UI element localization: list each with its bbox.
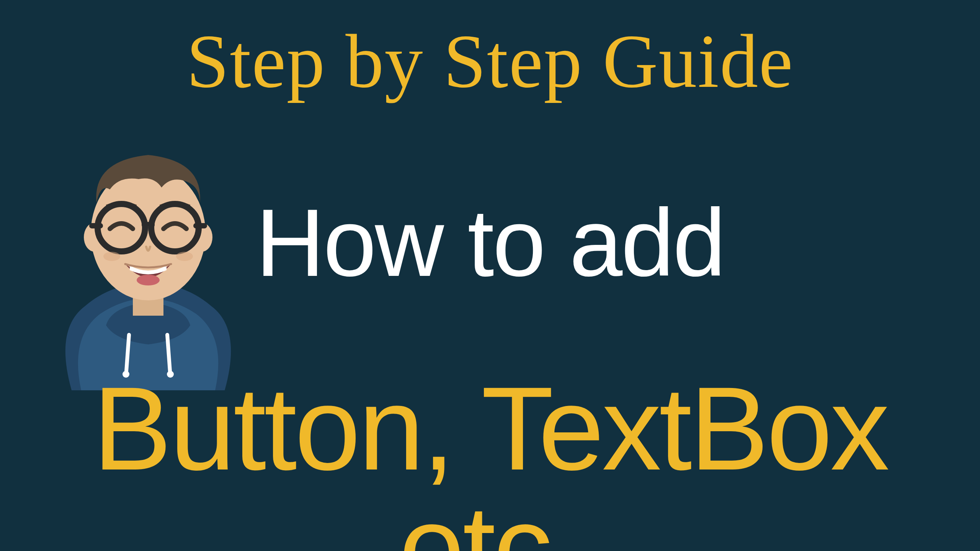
main-heading: How to add xyxy=(0,195,980,291)
script-heading: Step by Step Guide xyxy=(0,23,980,99)
sub-heading: Button, TextBox etc. xyxy=(0,369,980,551)
